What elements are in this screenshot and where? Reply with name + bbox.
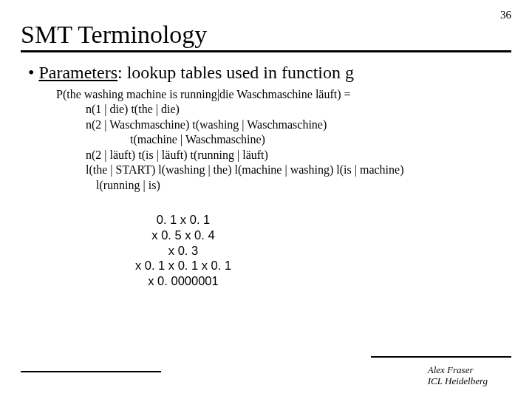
formula-line-5: n(2 | läuft) t(is | läuft) t(running | l… <box>56 148 511 163</box>
footer-affiliation: ICL Heidelberg <box>428 375 488 387</box>
parameters-label: Parameters <box>38 63 117 82</box>
numbers-line-5: x 0. 0000001 <box>120 273 246 289</box>
footer: Alex Fraser ICL Heidelberg <box>428 364 488 387</box>
formula-line-6: l(the | START) l(washing | the) l(machin… <box>56 163 511 177</box>
bullet-marker: • <box>28 63 38 82</box>
numbers-line-3: x 0. 3 <box>120 243 246 259</box>
numbers-block: 0. 1 x 0. 1 x 0. 5 x 0. 4 x 0. 3 x 0. 1 … <box>120 212 246 288</box>
formula-line-7: l(running | is) <box>56 178 511 193</box>
formula-line-4: t(machine | Waschmaschine) <box>56 132 511 147</box>
slide-title: SMT Terminology <box>21 21 532 49</box>
footer-author: Alex Fraser <box>428 364 488 376</box>
formula-line-3: n(2 | Waschmaschine) t(washing | Waschma… <box>56 117 511 132</box>
formula-line-2: n(1 | die) t(the | die) <box>56 102 511 117</box>
bullet-line: •Parameters: lookup tables used in funct… <box>21 63 511 83</box>
bullet-rest: : lookup tables used in function g <box>117 63 354 82</box>
numbers-line-4: x 0. 1 x 0. 1 x 0. 1 <box>120 258 246 273</box>
bottom-right-rule <box>371 356 511 358</box>
page-number: 36 <box>500 9 511 21</box>
content-area: •Parameters: lookup tables used in funct… <box>21 63 511 288</box>
numbers-line-2: x 0. 5 x 0. 4 <box>120 228 246 243</box>
bottom-left-rule <box>21 371 161 372</box>
numbers-line-1: 0. 1 x 0. 1 <box>120 212 246 228</box>
title-rule <box>21 50 511 52</box>
formula-block: P(the washing machine is running|die Was… <box>56 87 511 193</box>
formula-line-1: P(the washing machine is running|die Was… <box>56 87 511 102</box>
